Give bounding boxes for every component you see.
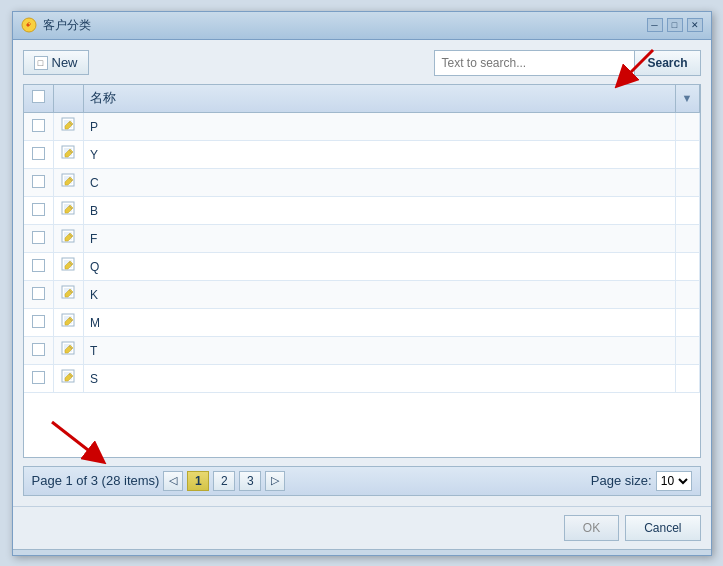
row-filter-cell <box>675 225 699 253</box>
window-title: 客户分类 <box>43 17 91 34</box>
row-edit-cell <box>54 281 84 309</box>
pagination-bar: Page 1 of 3 (28 items) ◁ 1 2 3 ▷ Page si… <box>23 466 701 496</box>
new-button-icon: □ <box>34 56 48 70</box>
row-filter-cell <box>675 281 699 309</box>
table-row: S <box>24 365 700 393</box>
window-icon <box>21 17 37 33</box>
page-size-select[interactable]: 10 20 50 <box>656 471 692 491</box>
table-row: Q <box>24 253 700 281</box>
row-checkbox[interactable] <box>32 287 45 300</box>
new-button-label: New <box>52 55 78 70</box>
toolbar: □ New Search <box>23 50 701 76</box>
data-table-container: 名称 ▼ P <box>23 84 701 458</box>
edit-icon[interactable] <box>61 317 77 332</box>
row-checkbox[interactable] <box>32 371 45 384</box>
new-button[interactable]: □ New <box>23 50 89 75</box>
edit-icon[interactable] <box>61 121 77 136</box>
main-window: 客户分类 ─ □ ✕ □ New Search <box>12 11 712 556</box>
row-checkbox[interactable] <box>32 343 45 356</box>
pagination-info-area: Page 1 of 3 (28 items) ◁ 1 2 3 ▷ <box>32 471 286 491</box>
row-edit-cell <box>54 253 84 281</box>
table-row: Y <box>24 141 700 169</box>
edit-icon[interactable] <box>61 177 77 192</box>
edit-icon[interactable] <box>61 261 77 276</box>
row-checkbox[interactable] <box>32 259 45 272</box>
row-checkbox-cell <box>24 281 54 309</box>
table-row: F <box>24 225 700 253</box>
row-name-cell: P <box>84 113 676 141</box>
row-checkbox-cell <box>24 253 54 281</box>
page-1-button[interactable]: 1 <box>187 471 209 491</box>
header-icon-col <box>54 85 84 113</box>
page-3-button[interactable]: 3 <box>239 471 261 491</box>
row-checkbox-cell <box>24 141 54 169</box>
row-edit-cell <box>54 337 84 365</box>
table-body: P Y C <box>24 113 700 393</box>
edit-icon[interactable] <box>61 205 77 220</box>
search-button[interactable]: Search <box>634 50 700 76</box>
row-checkbox[interactable] <box>32 147 45 160</box>
edit-icon[interactable] <box>61 345 77 360</box>
prev-page-button[interactable]: ◁ <box>163 471 183 491</box>
row-filter-cell <box>675 309 699 337</box>
row-checkbox[interactable] <box>32 175 45 188</box>
table-row: T <box>24 337 700 365</box>
header-checkbox[interactable] <box>32 90 45 103</box>
row-checkbox-cell <box>24 169 54 197</box>
row-edit-cell <box>54 197 84 225</box>
title-bar: 客户分类 ─ □ ✕ <box>13 12 711 40</box>
row-checkbox-cell <box>24 225 54 253</box>
row-name-cell: K <box>84 281 676 309</box>
edit-icon[interactable] <box>61 149 77 164</box>
status-bar <box>13 549 711 555</box>
row-filter-cell <box>675 169 699 197</box>
footer-bar: OK Cancel <box>13 506 711 549</box>
row-filter-cell <box>675 365 699 393</box>
row-filter-cell <box>675 253 699 281</box>
page-size-label: Page size: <box>591 473 652 488</box>
search-input[interactable] <box>434 50 634 76</box>
row-checkbox[interactable] <box>32 203 45 216</box>
row-filter-cell <box>675 113 699 141</box>
row-edit-cell <box>54 309 84 337</box>
row-name-cell: B <box>84 197 676 225</box>
row-filter-cell <box>675 141 699 169</box>
row-filter-cell <box>675 337 699 365</box>
maximize-button[interactable]: □ <box>667 18 683 32</box>
row-name-cell: M <box>84 309 676 337</box>
table-row: C <box>24 169 700 197</box>
pagination-info: Page 1 of 3 (28 items) <box>32 473 160 488</box>
row-name-cell: C <box>84 169 676 197</box>
page-size-area: Page size: 10 20 50 <box>591 471 692 491</box>
row-name-cell: Y <box>84 141 676 169</box>
row-checkbox[interactable] <box>32 315 45 328</box>
row-filter-cell <box>675 197 699 225</box>
row-name-cell: F <box>84 225 676 253</box>
cancel-button[interactable]: Cancel <box>625 515 700 541</box>
data-table: 名称 ▼ P <box>24 85 700 394</box>
row-checkbox-cell <box>24 113 54 141</box>
title-controls: ─ □ ✕ <box>647 18 703 32</box>
table-row: K <box>24 281 700 309</box>
header-checkbox-col <box>24 85 54 113</box>
minimize-button[interactable]: ─ <box>647 18 663 32</box>
close-button[interactable]: ✕ <box>687 18 703 32</box>
page-2-button[interactable]: 2 <box>213 471 235 491</box>
row-name-cell: T <box>84 337 676 365</box>
edit-icon[interactable] <box>61 233 77 248</box>
header-filter-col[interactable]: ▼ <box>675 85 699 113</box>
filter-icon: ▼ <box>682 92 693 104</box>
row-checkbox[interactable] <box>32 119 45 132</box>
title-bar-left: 客户分类 <box>21 17 91 34</box>
row-edit-cell <box>54 113 84 141</box>
edit-icon[interactable] <box>61 289 77 304</box>
row-edit-cell <box>54 225 84 253</box>
ok-button[interactable]: OK <box>564 515 619 541</box>
row-checkbox[interactable] <box>32 231 45 244</box>
row-name-cell: Q <box>84 253 676 281</box>
header-name-col: 名称 <box>84 85 676 113</box>
next-page-button[interactable]: ▷ <box>265 471 285 491</box>
table-row: P <box>24 113 700 141</box>
row-checkbox-cell <box>24 337 54 365</box>
edit-icon[interactable] <box>61 373 77 388</box>
